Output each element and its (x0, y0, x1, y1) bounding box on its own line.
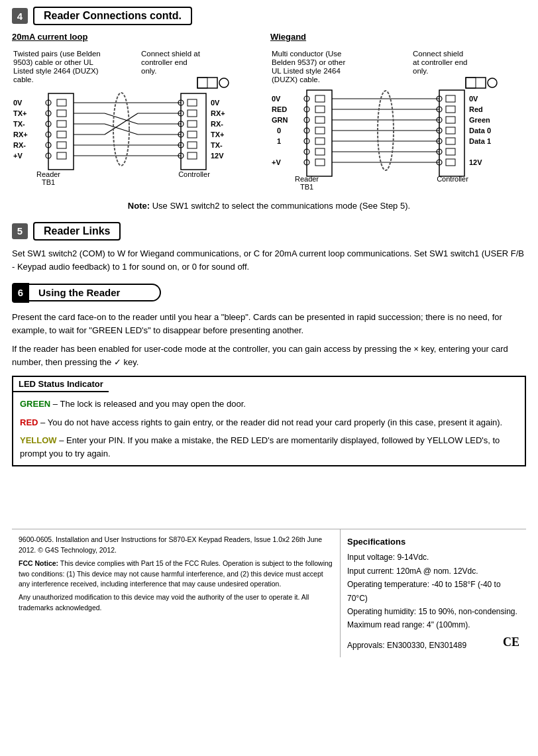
section4-number: 4 (12, 8, 28, 24)
section6-number: 6 (12, 283, 29, 303)
led-yellow-text: – Enter your PIN. If you make a mistake,… (20, 435, 500, 459)
svg-rect-8 (197, 78, 207, 88)
svg-rect-43 (188, 131, 197, 138)
svg-text:UL Listed style 2464: UL Listed style 2464 (272, 67, 341, 75)
svg-rect-46 (188, 142, 197, 148)
spec-line-2: Input current: 120mA @ nom. 12Vdc. (347, 565, 519, 578)
svg-text:+V: +V (13, 152, 23, 160)
section5-text: Set SW1 switch2 (COM) to W for Wiegand c… (12, 247, 526, 274)
footer-line1: 9600-0605. Installation and User Instruc… (19, 535, 333, 556)
svg-text:Connect shield at: Connect shield at (141, 50, 201, 58)
led-entry-yellow: YELLOW – Enter your PIN. If you make a m… (20, 434, 518, 460)
led-red-label: RED (20, 417, 38, 427)
section6-para1: Present the card face-on to the reader u… (12, 311, 526, 337)
svg-text:RX-: RX- (13, 141, 26, 149)
svg-text:(DUZX) cable.: (DUZX) cable. (272, 76, 320, 83)
svg-text:TB1: TB1 (42, 178, 55, 186)
wiegand-subtitle: Wiegand (270, 32, 529, 42)
svg-text:RX+: RX+ (211, 109, 225, 117)
fcc-text: This device complies with Part 15 of the… (19, 559, 333, 588)
svg-rect-49 (188, 152, 197, 159)
section5-title: Reader Links (33, 222, 121, 241)
svg-rect-114 (446, 138, 455, 144)
spec-line-4: Operating humidity: 15 to 90%, non-conde… (347, 605, 519, 618)
svg-text:Reader: Reader (295, 175, 319, 183)
spec-line-5: Maximum read range: 4" (100mm). (347, 618, 519, 631)
svg-text:Controller: Controller (178, 170, 210, 178)
svg-rect-99 (439, 90, 464, 176)
svg-rect-111 (446, 127, 455, 134)
svg-text:Data 1: Data 1 (469, 137, 491, 145)
section6-para2: If the reader has been enabled for user-… (12, 343, 526, 369)
svg-rect-82 (315, 106, 325, 113)
svg-rect-102 (446, 95, 455, 102)
svg-rect-91 (315, 138, 325, 144)
led-green-label: GREEN (20, 399, 50, 409)
led-green-text: – The lock is released and you may open … (53, 399, 246, 409)
svg-rect-13 (57, 99, 66, 106)
section4-header: 4 Reader Connections contd. (12, 7, 526, 25)
svg-text:Multi conductor (Use: Multi conductor (Use (272, 50, 341, 58)
svg-rect-40 (188, 121, 197, 127)
spacer (12, 476, 526, 515)
wiring-col-wiegand: Wiegand Multi conductor (Use Belden 9537… (270, 32, 529, 191)
svg-text:12V: 12V (469, 158, 482, 166)
section4-note: Note: Use SW1 switch2 to select the comm… (24, 199, 514, 213)
svg-rect-108 (446, 117, 455, 123)
svg-rect-16 (57, 110, 66, 117)
led-entry-red: RED – You do not have access rights to g… (20, 416, 518, 429)
spec-line-6: Approvals: EN300330, EN301489 (347, 639, 466, 652)
led-status-box: LED Status Indicator GREEN – The lock is… (12, 376, 526, 466)
svg-text:0: 0 (277, 127, 281, 135)
svg-rect-119 (446, 159, 455, 166)
svg-rect-25 (57, 142, 66, 148)
led-box-header: LED Status Indicator (13, 377, 109, 392)
page: 4 Reader Connections contd. 20mA current… (0, 0, 538, 664)
svg-text:TX+: TX+ (211, 131, 224, 138)
svg-text:Connect shield: Connect shield (413, 50, 463, 58)
svg-text:Red: Red (469, 105, 483, 113)
svg-text:0V: 0V (272, 95, 281, 103)
svg-text:only.: only. (413, 67, 428, 75)
svg-text:Data 0: Data 0 (469, 127, 491, 135)
svg-text:TX-: TX- (13, 120, 25, 128)
svg-text:1: 1 (277, 137, 281, 145)
section5-header: 5 Reader Links (12, 222, 526, 241)
section6-header: 6 Using the Reader (12, 283, 526, 303)
20ma-diagram: Twisted pairs (use Belden 9503) cable or… (12, 47, 257, 189)
svg-text:cable.: cable. (13, 76, 34, 83)
svg-rect-116 (446, 148, 455, 155)
svg-text:Belden 9537) or other: Belden 9537) or other (272, 58, 345, 66)
svg-rect-74 (466, 78, 476, 88)
svg-point-9 (219, 78, 229, 87)
svg-rect-19 (57, 121, 66, 127)
svg-text:only.: only. (141, 67, 156, 75)
svg-rect-76 (307, 90, 332, 176)
svg-text:controller end: controller end (141, 58, 188, 66)
ce-mark: CE (503, 632, 519, 653)
footer-fcc: FCC Notice: This device complies with Pa… (19, 559, 333, 590)
svg-rect-96 (315, 159, 325, 166)
svg-point-75 (488, 78, 497, 87)
svg-text:0V: 0V (469, 95, 478, 103)
svg-line-53 (105, 113, 138, 124)
note-text: Use SW1 switch2 to select the communicat… (152, 201, 410, 211)
svg-rect-37 (188, 110, 197, 117)
svg-rect-93 (315, 148, 325, 155)
svg-text:RED: RED (272, 105, 287, 113)
svg-text:TX+: TX+ (13, 109, 27, 117)
section6-wrapper: 6 Using the Reader (12, 283, 526, 303)
svg-text:TX-: TX- (211, 141, 223, 149)
wiegand-diagram: Multi conductor (Use Belden 9537) or oth… (270, 47, 529, 189)
footer: 9600-0605. Installation and User Instruc… (12, 529, 526, 657)
svg-text:9503) cable or other UL: 9503) cable or other UL (13, 58, 93, 66)
note-bold: Note: (128, 201, 150, 211)
svg-line-56 (105, 124, 138, 135)
svg-text:Twisted pairs (use Belden: Twisted pairs (use Belden (13, 50, 101, 58)
svg-text:RX+: RX+ (13, 131, 28, 138)
spec-title: Specifications (347, 535, 519, 549)
svg-text:at controller end: at controller end (413, 58, 467, 66)
footer-unauthorized: Any unauthorized modification to this de… (19, 592, 333, 614)
svg-rect-85 (315, 117, 325, 123)
fcc-title: FCC Notice: (19, 559, 58, 567)
